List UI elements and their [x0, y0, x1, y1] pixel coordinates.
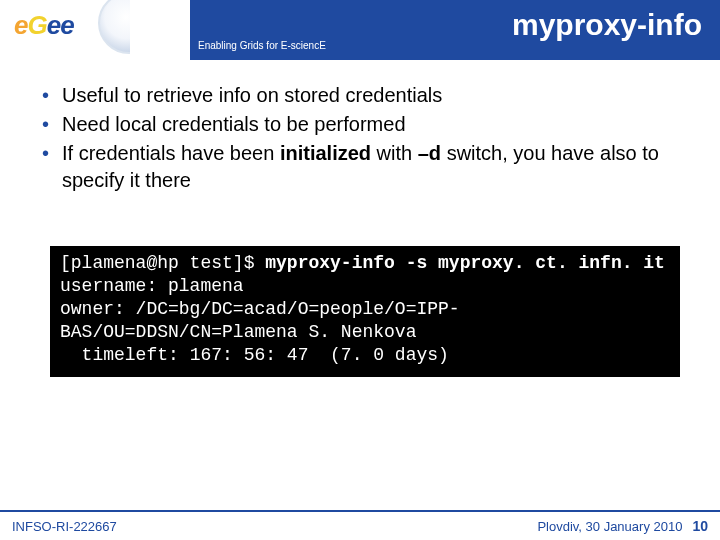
footer-left: INFSO-RI-222667 [12, 519, 117, 534]
bullet-text: Need local credentials to be performed [62, 113, 406, 135]
bullet-strong: initialized [280, 142, 371, 164]
footer-right: Plovdiv, 30 January 2010 10 [537, 518, 708, 534]
bullet-text-fragment: If credentials have been [62, 142, 280, 164]
bullet-item: Useful to retrieve info on stored creden… [40, 82, 690, 109]
slide-title: myproxy-info [512, 8, 702, 42]
tagline-text: Enabling Grids for E-sciencE [198, 40, 326, 51]
logo-curve-icon [130, 0, 190, 60]
terminal-command: myproxy-info -s myproxy. ct. infn. it [265, 253, 665, 273]
footer: INFSO-RI-222667 Plovdiv, 30 January 2010… [0, 510, 720, 540]
bullet-strong: –d [418, 142, 441, 164]
bullet-list: Useful to retrieve info on stored creden… [40, 82, 690, 194]
page-number: 10 [692, 518, 708, 534]
terminal-line: username: plamena [60, 276, 244, 296]
bullet-item: Need local credentials to be performed [40, 111, 690, 138]
terminal-line: owner: /DC=bg/DC=acad/O=people/O=IPP- [60, 299, 460, 319]
terminal-line: BAS/OU=DDSN/CN=Plamena S. Nenkova [60, 322, 416, 342]
egee-logo: eGee [8, 2, 138, 52]
terminal-prompt: [plamena@hp test]$ [60, 253, 265, 273]
bullet-text: Useful to retrieve info on stored creden… [62, 84, 442, 106]
logo-block: eGee [0, 0, 190, 60]
bullet-item: If credentials have been initialized wit… [40, 140, 690, 194]
egee-wordmark: eGee [14, 10, 74, 41]
terminal-line: timeleft: 167: 56: 47 (7. 0 days) [60, 345, 449, 365]
content-area: Useful to retrieve info on stored creden… [0, 60, 720, 377]
terminal-block: [plamena@hp test]$ myproxy-info -s mypro… [50, 246, 680, 377]
banner: eGee Enabling Grids for E-sciencE myprox… [0, 0, 720, 60]
footer-date: Plovdiv, 30 January 2010 [537, 519, 682, 534]
bullet-text-fragment: with [371, 142, 418, 164]
